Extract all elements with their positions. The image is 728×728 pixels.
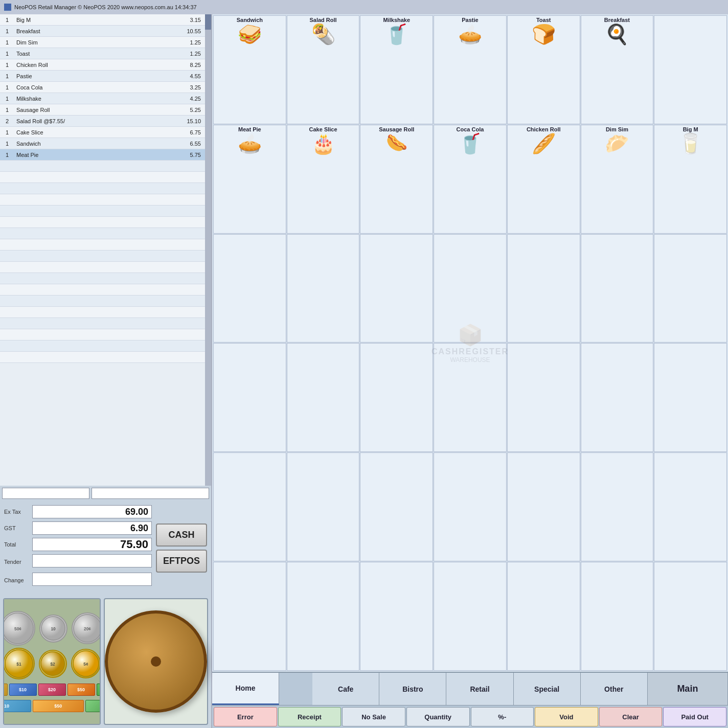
cat-bistro[interactable]: Bistro [379,673,446,705]
order-row[interactable]: 1 Coca Cola 3.25 [0,82,205,93]
product-empty-25[interactable] [360,562,433,671]
product-coca-cola[interactable]: Coca Cola 🥤 [434,125,507,234]
order-row-empty[interactable] [0,217,205,228]
order-name: Dim Sim [14,39,179,46]
order-row[interactable]: 1 Milkshake 4.25 [0,93,205,104]
order-row-empty[interactable] [0,239,205,251]
product-empty-14[interactable] [581,343,654,452]
product-empty-22[interactable] [654,452,727,561]
order-row[interactable]: 1 Meat Pie 5.75 [0,149,205,161]
order-row[interactable]: 1 Big M 3.15 [0,14,205,26]
product-empty-4[interactable] [360,234,433,343]
error-button[interactable]: Error [214,707,277,726]
product-empty-19[interactable] [434,452,507,561]
search-bar-1[interactable] [2,488,89,499]
product-empty-10[interactable] [287,343,360,452]
quantity-button[interactable]: Quantity [406,707,470,726]
search-bar-2[interactable] [92,488,209,499]
product-chicken-roll[interactable]: Chicken Roll 🥖 [507,125,580,234]
cat-retail[interactable]: Retail [446,673,513,705]
product-salad-roll[interactable]: Salad Roll 🌯 [287,15,360,124]
svg-text:5¢: 5¢ [83,662,88,667]
product-empty-12[interactable] [434,343,507,452]
cat-home[interactable]: Home [212,673,279,705]
product-empty-8[interactable] [654,234,727,343]
product-empty-15[interactable] [654,343,727,452]
product-empty-21[interactable] [581,452,654,561]
product-empty-7[interactable] [581,234,654,343]
product-empty-20[interactable] [507,452,580,561]
product-empty-16[interactable] [213,452,286,561]
product-big-m[interactable]: Big M 🥛 [654,125,727,234]
order-row-empty[interactable] [0,295,205,307]
receipt-button[interactable]: Receipt [278,707,342,726]
order-row[interactable]: 1 Chicken Roll 8.25 [0,59,205,71]
order-row[interactable]: 1 Pastie 4.55 [0,71,205,82]
order-row-empty[interactable] [0,172,205,183]
cash-button[interactable]: CASH [156,524,207,547]
void-button[interactable]: Void [535,707,598,726]
order-row-empty[interactable] [0,161,205,172]
product-empty-6[interactable] [507,234,580,343]
cat-special[interactable]: Special [514,673,581,705]
product-empty-26[interactable] [434,562,507,671]
order-row-empty[interactable] [0,352,205,363]
paid-out-button[interactable]: Paid Out [663,707,726,726]
product-empty-24[interactable] [287,562,360,671]
product-empty-9[interactable] [213,343,286,452]
product-sandwich[interactable]: Sandwich 🥪 [213,15,286,124]
product-empty-17[interactable] [287,452,360,561]
order-row[interactable]: 1 Breakfast 10.55 [0,26,205,37]
cat-main[interactable]: Main [648,673,728,705]
cat-other[interactable]: Other [581,673,648,705]
order-row-empty[interactable] [0,273,205,284]
product-empty-28[interactable] [581,562,654,671]
order-row[interactable]: 2 Salad Roll @$7.55/ 15.10 [0,116,205,127]
change-input[interactable] [32,573,152,586]
cat-cafe[interactable]: Cafe [312,673,379,705]
order-row-empty[interactable] [0,318,205,329]
order-row-empty[interactable] [0,251,205,262]
product-empty-5[interactable] [434,234,507,343]
clear-button[interactable]: Clear [599,707,663,726]
no-sale-button[interactable]: No Sale [342,707,405,726]
order-row[interactable]: 1 Sandwich 6.55 [0,138,205,149]
product-toast[interactable]: Toast 🍞 [507,15,580,124]
product-empty-11[interactable] [360,343,433,452]
product-milkshake[interactable]: Milkshake 🥤 [360,15,433,124]
product-empty-3[interactable] [287,234,360,343]
action-bar: Error Receipt No Sale Quantity %- Void C… [212,705,728,728]
product-sausage-roll[interactable]: Sausage Roll 🌭 [360,125,433,234]
order-row[interactable]: 1 Dim Sim 1.25 [0,37,205,48]
eftpos-button[interactable]: EFTPOS [156,550,207,573]
product-empty-13[interactable] [507,343,580,452]
order-row-empty[interactable] [0,262,205,273]
order-row-empty[interactable] [0,206,205,217]
product-empty-18[interactable] [360,452,433,561]
scrollbar[interactable] [205,14,211,486]
scroll-thumb[interactable] [205,14,211,30]
product-empty-2[interactable] [213,234,286,343]
product-breakfast[interactable]: Breakfast 🍳 [581,15,654,124]
order-row[interactable]: 1 Cake Slice 6.75 [0,127,205,138]
product-empty-23[interactable] [213,562,286,671]
order-row-empty[interactable] [0,228,205,239]
tender-input[interactable] [32,554,152,567]
product-empty-27[interactable] [507,562,580,671]
order-row-empty[interactable] [0,194,205,206]
percent-button[interactable]: %- [471,707,534,726]
product-meat-pie[interactable]: Meat Pie 🥧 [213,125,286,234]
order-row-empty[interactable] [0,284,205,295]
order-row-empty[interactable] [0,183,205,194]
product-empty-29[interactable] [654,562,727,671]
ex-tax-row: Ex Tax 69.00 [4,505,152,518]
product-empty-1[interactable] [654,15,727,124]
order-row[interactable]: 1 Toast 1.25 [0,48,205,59]
product-pastie[interactable]: Pastie 🥧 [434,15,507,124]
product-cake-slice[interactable]: Cake Slice 🎂 [287,125,360,234]
order-row-empty[interactable] [0,340,205,352]
product-dim-sim[interactable]: Dim Sim 🥟 [581,125,654,234]
order-row-empty[interactable] [0,329,205,340]
order-row-empty[interactable] [0,307,205,318]
order-row[interactable]: 1 Sausage Roll 5.25 [0,104,205,116]
